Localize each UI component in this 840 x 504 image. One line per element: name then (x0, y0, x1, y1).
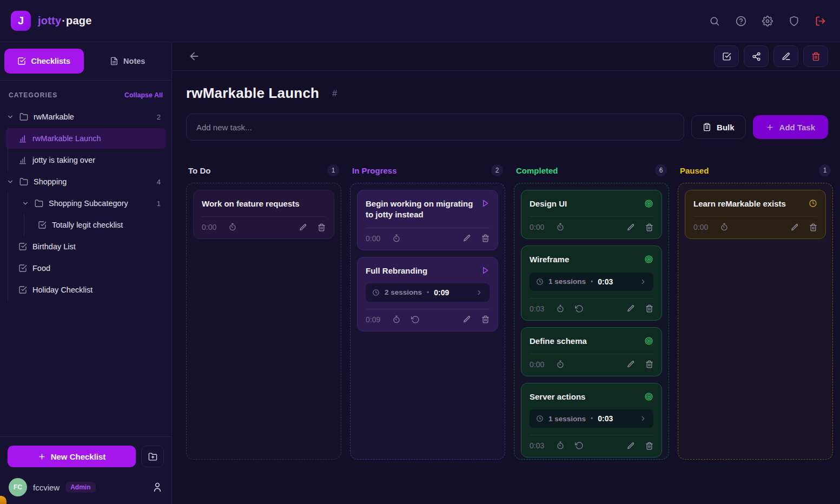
sidebar-category-shopping[interactable]: Shopping4 (5, 171, 166, 192)
delete-task-icon[interactable] (481, 234, 490, 242)
edit-task-icon[interactable] (627, 360, 635, 368)
select-tasks-button[interactable] (714, 45, 739, 67)
task-title: Define schema (530, 336, 639, 347)
divider (693, 216, 817, 217)
delete-task-icon[interactable] (645, 223, 653, 231)
app-logo[interactable]: J (11, 11, 31, 31)
delete-task-icon[interactable] (645, 360, 653, 368)
delete-button[interactable] (803, 45, 828, 67)
task-footer: 0:00 (693, 223, 817, 231)
timer-icon[interactable] (228, 223, 237, 231)
add-task-button[interactable]: Add Task (753, 115, 828, 139)
sidebar-item-totally-legit-checklist[interactable]: Totally legit checklist (5, 215, 166, 235)
board-column-completed: Completed6Design UI0:00Wireframe1 sessio… (514, 164, 669, 460)
reset-timer-icon[interactable] (411, 315, 420, 324)
sidebar-category-shopping-subcategory[interactable]: Shopping Subcategory1 (5, 193, 166, 214)
chevron-right-icon (639, 415, 647, 422)
share-button[interactable] (744, 45, 769, 67)
collapse-all-button[interactable]: Collapse All (124, 91, 163, 99)
dot-separator: • (591, 278, 593, 286)
edit-task-icon[interactable] (627, 223, 635, 231)
sidebar-category-rwmarkable[interactable]: rwMarkable2 (5, 107, 166, 127)
tab-notes[interactable]: Notes (88, 49, 168, 74)
delete-task-icon[interactable] (481, 315, 490, 323)
chevron-down-icon (6, 113, 14, 121)
sessions-row[interactable]: 2 sessions•0:09 (366, 283, 490, 302)
back-arrow-icon[interactable] (188, 50, 200, 62)
column-label: To Do (188, 166, 210, 175)
task-card[interactable]: Wireframe1 sessions•0:030:03 (521, 246, 662, 320)
settings-gear-icon[interactable] (762, 16, 773, 26)
bulk-button[interactable]: Bulk (691, 115, 746, 139)
search-icon[interactable] (709, 16, 720, 26)
edit-task-icon[interactable] (463, 315, 471, 323)
folder-icon (35, 199, 43, 208)
tab-label: Checklists (31, 57, 70, 65)
play-icon[interactable] (481, 199, 490, 208)
logout-icon[interactable] (815, 16, 826, 26)
edit-button[interactable] (773, 45, 798, 67)
task-card[interactable]: Begin working on migrating to jotty inst… (357, 190, 498, 250)
hash-icon[interactable]: # (332, 89, 337, 98)
tab-checklists[interactable]: Checklists (4, 49, 84, 74)
new-checklist-button[interactable]: New Checklist (8, 446, 136, 467)
timer-icon[interactable] (556, 304, 565, 313)
add-task-input[interactable] (186, 114, 684, 141)
task-card[interactable]: Work on feature requests0:00 (193, 190, 334, 239)
edit-task-icon[interactable] (463, 234, 471, 242)
column-body: Begin working on migrating to jotty inst… (350, 183, 505, 460)
category-label: Shopping (34, 177, 67, 186)
edit-task-icon[interactable] (299, 223, 307, 231)
category-label: rwMarkable (34, 112, 74, 121)
task-time: 0:00 (530, 360, 546, 369)
user-profile-icon[interactable] (152, 482, 163, 493)
play-icon[interactable] (481, 266, 490, 275)
chevron-right-icon (475, 289, 483, 296)
divider (530, 298, 653, 299)
timer-icon[interactable] (556, 223, 565, 231)
sidebar-item-birthday-list[interactable]: Birthday List (5, 236, 166, 257)
list-label: Totally legit checklist (52, 221, 123, 229)
timer-icon[interactable] (392, 234, 401, 243)
task-card[interactable]: Define schema0:00 (521, 327, 662, 376)
bar-chart-icon (18, 134, 27, 143)
delete-task-icon[interactable] (645, 304, 653, 313)
edit-task-icon[interactable] (627, 304, 635, 313)
timer-icon[interactable] (392, 315, 401, 324)
bulk-label: Bulk (717, 123, 735, 132)
completed-target-icon (644, 336, 653, 346)
timer-icon[interactable] (720, 223, 729, 231)
task-card[interactable]: Full Rebranding2 sessions•0:090:09 (357, 257, 498, 331)
task-card[interactable]: Learn reMarkable exists0:00 (685, 190, 826, 239)
content: rwMarkable Launch # Bulk Add Task To Do1… (172, 71, 840, 504)
column-header: Paused1 (678, 164, 833, 176)
delete-task-icon[interactable] (318, 223, 326, 231)
help-icon[interactable] (736, 16, 746, 26)
delete-task-icon[interactable] (809, 223, 817, 231)
add-category-button[interactable] (141, 446, 164, 467)
edit-task-icon[interactable] (791, 223, 799, 231)
column-count-badge: 6 (655, 164, 667, 176)
sessions-row[interactable]: 1 sessions•0:03 (530, 273, 653, 291)
reset-timer-icon[interactable] (575, 304, 584, 313)
delete-task-icon[interactable] (645, 442, 653, 450)
timer-icon[interactable] (556, 441, 565, 450)
task-card[interactable]: Design UI0:00 (521, 190, 662, 239)
app-root: J jotty·page Checklists Notes CATEGORIES… (0, 0, 840, 504)
task-card[interactable]: Server actions1 sessions•0:030:03 (521, 383, 662, 457)
column-body: Work on feature requests0:00 (186, 183, 341, 460)
new-checklist-label: New Checklist (51, 452, 106, 461)
sidebar-item-jotty-is-taking-over[interactable]: jotty is taking over (5, 150, 166, 170)
sidebar-item-food[interactable]: Food (5, 258, 166, 278)
dot-separator: • (591, 415, 593, 422)
sessions-row[interactable]: 1 sessions•0:03 (530, 409, 653, 428)
shield-icon[interactable] (789, 16, 799, 26)
column-header: To Do1 (186, 164, 341, 176)
sidebar-item-holiday-checklist[interactable]: Holiday Checklist (5, 280, 166, 300)
topbar-actions (709, 16, 826, 26)
edit-task-icon[interactable] (627, 442, 635, 450)
reset-timer-icon[interactable] (575, 441, 584, 450)
timer-icon[interactable] (556, 360, 565, 369)
check-square-icon (18, 264, 27, 273)
sidebar-item-rwmarkable-launch[interactable]: rwMarkable Launch (5, 128, 166, 149)
